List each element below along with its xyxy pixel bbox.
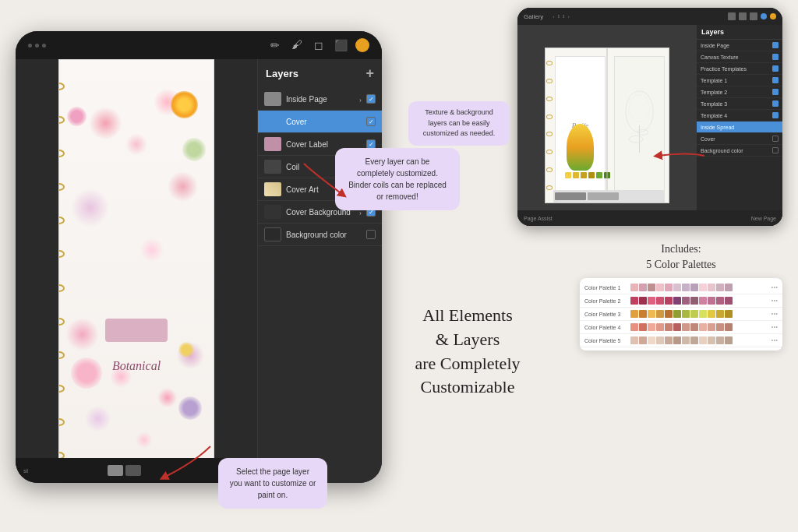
pencil-icon[interactable]: ✏ <box>268 38 282 52</box>
layer-name: Cover Label <box>286 140 362 149</box>
palette-dot <box>699 336 707 344</box>
spiral-ring <box>58 83 65 90</box>
rt-layer-check[interactable] <box>772 54 779 60</box>
rt-layers-header: Layers <box>697 25 782 40</box>
swatch <box>596 172 602 178</box>
palette-dot <box>639 284 647 291</box>
spiral-ring <box>58 284 65 292</box>
rt-layer-inside-spread[interactable]: Inside Spread <box>697 122 782 133</box>
rt-layer-template-1[interactable]: Template 1 <box>697 75 782 86</box>
rt-layer-template-4[interactable]: Template 4 <box>697 110 782 122</box>
palette-dot <box>682 323 690 331</box>
palette-dot <box>656 310 664 318</box>
palette-menu-4[interactable]: ••• <box>772 324 778 331</box>
layer-item-cover[interactable]: Cover ✓ <box>258 111 382 133</box>
layer-thumb <box>264 137 281 151</box>
palette-dot <box>725 310 733 318</box>
rt-layer-check[interactable] <box>772 100 779 107</box>
rt-page-right <box>614 56 665 195</box>
canvas-area: Botanical <box>16 59 257 483</box>
palette-dot <box>665 310 673 318</box>
palette-dot <box>648 323 655 331</box>
rt-top-bar: Gallery ‹ I I › <box>517 8 782 25</box>
rt-layer-name: Inside Spread <box>701 125 769 130</box>
palette-dot <box>630 336 638 344</box>
layer-check[interactable]: ✓ <box>366 117 376 126</box>
layer-item-bg-color[interactable]: Background color <box>258 224 382 246</box>
palette-menu-1[interactable]: ••• <box>772 284 778 291</box>
rt-canvas: Botife <box>517 25 697 226</box>
layer-thumb <box>264 160 281 174</box>
layer-check[interactable] <box>366 230 376 239</box>
rt-layer-check[interactable] <box>772 42 779 48</box>
rt-layer-check[interactable] <box>772 65 779 72</box>
rt-layer-check[interactable] <box>772 147 779 153</box>
rt-layer-check[interactable] <box>772 124 779 130</box>
layers-icon[interactable]: ⬛ <box>334 38 348 52</box>
gallery-label[interactable]: Gallery <box>524 13 543 20</box>
rt-layer-check[interactable] <box>772 112 779 118</box>
spiral-binding <box>58 60 65 482</box>
tablet-right-top: Gallery ‹ I I › <box>517 8 782 226</box>
dot-2 <box>35 44 39 48</box>
palette-label-4: Color Palette 4 <box>584 325 627 330</box>
layer-item-inside-page[interactable]: Inside Page › ✓ <box>258 88 382 111</box>
brush-icon[interactable]: 🖌 <box>290 38 304 52</box>
palette-dots-2 <box>630 297 768 305</box>
palette-label-5: Color Palette 5 <box>584 338 627 344</box>
page-thumb-2[interactable] <box>125 465 141 476</box>
palette-dot <box>716 310 724 318</box>
palette-dot <box>648 310 655 318</box>
palette-menu-3[interactable]: ••• <box>772 311 778 318</box>
layers-add-button[interactable]: + <box>365 65 374 82</box>
layer-check[interactable]: ✓ <box>366 94 376 104</box>
layer-thumb <box>264 227 281 241</box>
layer-name: Cover <box>286 118 362 126</box>
bottom-left-label: st <box>23 467 28 474</box>
rt-tool-1[interactable] <box>728 12 736 20</box>
rt-layer-inside-page[interactable]: Inside Page <box>697 40 782 51</box>
color-circle[interactable] <box>355 38 369 52</box>
rt-layer-cover[interactable]: Cover <box>697 133 782 145</box>
rt-layer-bg-color[interactable]: Background color <box>697 145 782 157</box>
palette-dot <box>673 284 681 291</box>
rt-layer-check[interactable] <box>772 136 779 142</box>
palette-dot <box>648 297 655 305</box>
spiral-ring <box>58 385 65 393</box>
palette-dot <box>648 336 655 344</box>
palette-dot <box>673 336 681 344</box>
rt-layer-canvas-texture[interactable]: Canvas Texture <box>697 51 782 63</box>
palette-menu-5[interactable]: ••• <box>772 337 778 344</box>
palette-menu-2[interactable]: ••• <box>772 298 778 305</box>
rt-layer-template-2[interactable]: Template 2 <box>697 86 782 98</box>
center-heading: All Elements & Layers are Completely Cus… <box>390 304 546 400</box>
rt-dot-orange[interactable] <box>770 13 776 19</box>
palette-dot <box>665 284 673 291</box>
rt-spiral-ring <box>546 115 553 119</box>
rt-tool-2[interactable] <box>739 12 747 20</box>
layer-thumb <box>264 115 281 129</box>
palette-dot <box>639 297 647 305</box>
rt-layer-practice-templates[interactable]: Practice Templates <box>697 63 782 75</box>
eraser-icon[interactable]: ◻ <box>312 38 326 52</box>
notebook-cover: Botanical <box>58 59 214 483</box>
rt-layer-name: Practice Templates <box>701 66 769 72</box>
palette-dot <box>639 336 647 344</box>
rt-dot-blue[interactable] <box>761 13 767 19</box>
swatch <box>581 172 587 178</box>
rt-layer-check[interactable] <box>772 89 779 95</box>
page-thumbnails <box>108 465 141 476</box>
palette-dot <box>725 284 733 291</box>
rt-spiral-ring <box>546 97 553 101</box>
palette-dot <box>656 336 664 344</box>
palette-dot <box>699 323 707 331</box>
palette-dot <box>673 323 681 331</box>
rt-spiral-ring <box>546 79 553 83</box>
palette-dot <box>716 297 724 305</box>
color-swatches <box>565 172 610 178</box>
rt-tool-3[interactable] <box>750 12 757 20</box>
page-thumb-1[interactable] <box>108 465 123 476</box>
rt-layer-template-3[interactable]: Template 3 <box>697 98 782 110</box>
rt-layer-name: Template 1 <box>701 78 769 83</box>
rt-layer-check[interactable] <box>772 77 779 83</box>
